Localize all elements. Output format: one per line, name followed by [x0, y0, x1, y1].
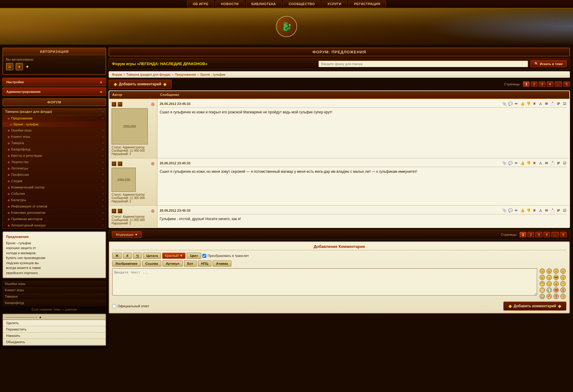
tavern-category[interactable]: ◆Таверна ›	[3, 140, 106, 146]
page-bottom-2[interactable]: 2	[527, 232, 534, 237]
mentor-category[interactable]: ◆Приёмная менторов ›	[3, 216, 106, 222]
emoji-think[interactable]: 🤔	[540, 281, 545, 286]
underline-button[interactable]: Ч	[133, 253, 142, 259]
quick-link-tavern[interactable]: Таверна	[2, 293, 106, 300]
clan-info-category[interactable]: ◆Информация от кланов ›	[3, 203, 106, 210]
warn-icon-2[interactable]: ⚠	[538, 161, 543, 166]
edit-icon[interactable]: ✏	[514, 101, 519, 106]
gulffik-topic[interactable]: ◆Броне - гульфик	[3, 122, 106, 127]
attach-icon-2[interactable]: 📎	[502, 161, 507, 166]
meetups-category[interactable]: ◆Сходки ›	[3, 178, 106, 184]
pm-icon-2[interactable]: 📩	[550, 161, 555, 166]
mail-icon-3[interactable]: ✉	[544, 208, 549, 213]
emoji-smirk[interactable]: 😏	[546, 281, 552, 286]
commercial-category[interactable]: ◆Коммерческий сектор ›	[3, 184, 106, 191]
official-reply-label[interactable]: Официальный ответ	[112, 304, 149, 308]
creativity-category[interactable]: ◆Творчество ›	[3, 159, 106, 165]
breadcrumb-topic[interactable]: Броне - гульфик	[200, 73, 225, 76]
attach-icon[interactable]: 📎	[502, 101, 507, 106]
nav-library[interactable]: БИБЛИОТЕКА	[246, 1, 282, 7]
nav-news[interactable]: НОВОСТИ	[215, 1, 245, 7]
warn-icon-3[interactable]: ⚠	[538, 208, 543, 213]
dislike-icon-3[interactable]: 👎	[526, 208, 531, 213]
delete-icon-2[interactable]: ✖	[532, 161, 537, 166]
quote-button[interactable]: Цитата	[143, 253, 161, 259]
like-icon-2[interactable]: 👍	[520, 161, 525, 166]
literary-category[interactable]: ◆Литературный конкурс ›	[3, 222, 106, 229]
official-reply-checkbox[interactable]	[112, 304, 116, 308]
quick-link-bazaar[interactable]: Базарофлуд	[2, 300, 106, 306]
quote-icon-3[interactable]: 💬	[508, 208, 513, 213]
page-bottom-5[interactable]: 5	[560, 232, 567, 237]
emoji-warn[interactable]: ⚠️	[560, 294, 566, 299]
jesters-category[interactable]: ◆Балагуры ›	[3, 197, 106, 203]
clan-diplomacy-category[interactable]: ◆Клановая дипломатия ›	[3, 210, 106, 216]
proposals-category[interactable]: ◆Предложения ›	[3, 115, 106, 122]
nav-community[interactable]: СООБЩЕСТВО	[283, 1, 321, 7]
npc-button[interactable]: НПЦ	[198, 261, 212, 267]
bot-button[interactable]: Бот	[184, 261, 197, 267]
emoji-sword[interactable]: ⚔️	[540, 294, 545, 299]
page-2[interactable]: 2	[531, 81, 537, 87]
page-5[interactable]: 5	[563, 81, 570, 87]
settings-button[interactable]: Настройки »	[2, 78, 106, 86]
check-icon[interactable]: ☑	[562, 101, 567, 106]
page-bottom-1[interactable]: 1	[520, 232, 526, 237]
dislike-icon[interactable]: 👎	[526, 101, 531, 106]
italic-button[interactable]: К	[123, 253, 132, 259]
nav-register[interactable]: РЕГИСТРАЦИЯ	[348, 1, 386, 7]
game-errors-category[interactable]: ◆Ошибки игры ›	[3, 127, 106, 134]
ip-icon[interactable]: IP	[556, 101, 561, 106]
emoji-fire[interactable]: 🔥	[546, 294, 552, 299]
tavern-category-header[interactable]: Таверна (раздел для флуда) ›	[3, 108, 106, 115]
author-location-icon-3[interactable]: ⊕	[151, 208, 155, 214]
edit-icon-2[interactable]: ✏	[514, 161, 519, 166]
bold-button[interactable]: Ж	[112, 253, 122, 259]
mod-merge[interactable]: Объединить	[3, 339, 106, 345]
nav-about[interactable]: ОБ ИГРЕ	[187, 1, 214, 7]
moderation-dropdown-button[interactable]: Модерация ▼	[112, 231, 142, 238]
chroniclers-category[interactable]: ◆Летописцы ›	[3, 165, 106, 172]
link-button[interactable]: Ссылка	[142, 261, 161, 267]
search-button[interactable]: 🔍 Искать в теме	[530, 60, 567, 67]
ip-icon-2[interactable]: IP	[556, 161, 561, 166]
check-icon-3[interactable]: ☑	[562, 208, 567, 213]
page-4[interactable]: 4	[547, 81, 553, 87]
mod-delete[interactable]: Удалить	[3, 320, 106, 326]
image-button[interactable]: Изображение	[112, 261, 141, 267]
nav-services[interactable]: УСЛУГИ	[322, 1, 347, 7]
quote-icon[interactable]: 💬	[508, 101, 513, 106]
breadcrumb-forum[interactable]: Форум	[112, 73, 122, 76]
emoji-surprised[interactable]: 😲	[560, 275, 566, 280]
color-button[interactable]: Цвет	[187, 253, 201, 259]
delete-icon-3[interactable]: ✖	[532, 208, 537, 213]
page-1[interactable]: 1	[523, 81, 530, 87]
emoji-grin[interactable]: 😄	[546, 268, 552, 274]
page-bottom-3[interactable]: 3	[535, 232, 542, 237]
emoji-sad[interactable]: 😟	[560, 268, 566, 274]
quick-link-client[interactable]: Клиент игры	[2, 287, 106, 293]
add-comment-button-bottom[interactable]: ◈ Добавить комментарий ◈	[503, 302, 566, 311]
admin-button[interactable]: Администрирование »	[2, 87, 106, 96]
emoji-smile[interactable]: 😊	[540, 268, 545, 274]
article-button[interactable]: Артикул	[163, 261, 183, 267]
transform-checkbox[interactable]	[202, 254, 206, 258]
like-icon-3[interactable]: 👍	[520, 208, 525, 213]
professions-category[interactable]: ◆Профессии ›	[3, 172, 106, 178]
emoji-cry[interactable]: 😢	[540, 275, 545, 280]
color-select[interactable]: Красный ▼	[162, 253, 185, 259]
add-comment-button-top[interactable]: ◈ Добавить комментарий ◈	[109, 80, 172, 89]
dislike-icon-2[interactable]: 👎	[526, 161, 531, 166]
bazaroflood-category[interactable]: ◆Базарофлуд ›	[3, 146, 106, 153]
events-category[interactable]: ◆События ›	[3, 191, 106, 197]
page-3[interactable]: 3	[539, 81, 545, 87]
transform-label[interactable]: Преобразовать в транслит	[202, 253, 249, 259]
warn-icon[interactable]: ⚠	[538, 101, 543, 106]
quote-icon-2[interactable]: 💬	[508, 161, 513, 166]
emoji-wow[interactable]: 😮	[553, 281, 559, 286]
pm-icon-3[interactable]: 📩	[550, 208, 555, 213]
breadcrumb-tavern[interactable]: Таверна (раздел для флуда)	[126, 73, 170, 76]
edit-icon-3[interactable]: ✏	[514, 208, 519, 213]
quests-category[interactable]: ◆Квесты и репутации ›	[3, 153, 106, 159]
game-client-category[interactable]: ◆Клиент игры ›	[3, 134, 106, 140]
